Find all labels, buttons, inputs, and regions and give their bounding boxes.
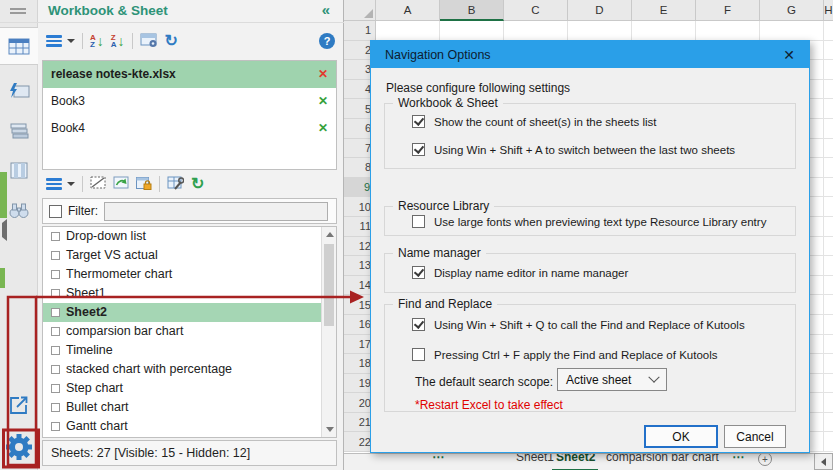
sheet-list-scrollbar[interactable]: [321, 227, 336, 437]
sheet-tools-button[interactable]: [167, 176, 184, 193]
row-header-1[interactable]: 1: [340, 21, 376, 41]
cell-H13[interactable]: [824, 256, 833, 276]
column-header-B[interactable]: B: [440, 0, 504, 21]
pane-collapse-handle[interactable]: [2, 223, 7, 237]
sheet-list-item[interactable]: Sheet1: [43, 284, 321, 303]
chevron-down-icon[interactable]: [67, 182, 75, 186]
option-show-sheet-count[interactable]: Show the count of sheet(s) in the sheets…: [412, 115, 656, 128]
cell-H18[interactable]: [824, 354, 833, 374]
cell-D1[interactable]: [568, 21, 632, 41]
deselect-range-button[interactable]: [90, 176, 106, 192]
cell-E1[interactable]: [632, 21, 696, 41]
checkbox-checked[interactable]: [412, 143, 425, 156]
option-large-fonts[interactable]: Use large fonts when previewing text typ…: [412, 215, 766, 228]
hamburger-menu-icon[interactable]: [46, 178, 62, 190]
table-settings-button[interactable]: [140, 32, 158, 51]
column-header-H[interactable]: H: [824, 0, 833, 21]
sheet-list-item[interactable]: Target VS actual: [43, 246, 321, 265]
checkbox-checked[interactable]: [412, 115, 425, 128]
option-win-shift-a[interactable]: Using Win + Shift + A to switch between …: [412, 143, 735, 156]
sheet-list-item[interactable]: Gantt chart: [43, 417, 321, 436]
workbook-row[interactable]: release notes-kte.xlsx✕: [43, 61, 336, 88]
column-header-F[interactable]: F: [696, 0, 760, 21]
select-all-corner[interactable]: [340, 0, 376, 21]
tab-sheet1[interactable]: Sheet1: [516, 454, 554, 470]
tab-overflow-right[interactable]: ⋯: [732, 454, 744, 470]
collapse-pane-button[interactable]: «: [322, 1, 330, 18]
dialog-titlebar[interactable]: Navigation Options ✕: [371, 41, 809, 68]
cell-H12[interactable]: [824, 237, 833, 257]
scrollbar-thumb[interactable]: [324, 244, 334, 326]
grip-icon[interactable]: [10, 8, 26, 16]
sheet-list-item[interactable]: Drop-down list: [43, 227, 321, 246]
cell-H10[interactable]: [824, 197, 833, 217]
column-header-E[interactable]: E: [632, 0, 696, 21]
settings-button[interactable]: [0, 432, 38, 462]
cell-F1[interactable]: [696, 21, 760, 41]
hamburger-menu-icon[interactable]: [46, 35, 62, 47]
sheet-checkbox[interactable]: [51, 403, 60, 412]
checkbox-checked[interactable]: [412, 318, 425, 331]
checkbox-checked[interactable]: [412, 266, 425, 279]
column-header-C[interactable]: C: [504, 0, 568, 21]
cancel-button[interactable]: Cancel: [724, 425, 786, 448]
cell-H8[interactable]: [824, 158, 833, 178]
cell-H16[interactable]: [824, 315, 833, 335]
filter-input[interactable]: [104, 202, 328, 221]
sort-ascending-button[interactable]: AZ ↓: [90, 33, 104, 49]
cell-H9[interactable]: [824, 178, 833, 198]
sheet-checkbox[interactable]: [51, 251, 60, 260]
close-icon[interactable]: ✕: [783, 48, 795, 62]
cell-H11[interactable]: [824, 217, 833, 237]
column-header-D[interactable]: D: [568, 0, 632, 21]
checkbox-unchecked[interactable]: [412, 215, 425, 228]
preview-sheet-button[interactable]: [113, 176, 129, 192]
cell-H6[interactable]: [824, 119, 833, 139]
refresh-button[interactable]: ↻: [165, 33, 178, 49]
cell-H4[interactable]: [824, 80, 833, 100]
cell-H15[interactable]: [824, 295, 833, 315]
cell-H1[interactable]: [824, 21, 833, 41]
tab-overflow-left[interactable]: ⋯: [432, 454, 444, 470]
sheet-checkbox[interactable]: [51, 289, 60, 298]
close-workbook-icon[interactable]: ✕: [318, 88, 328, 115]
cell-H17[interactable]: [824, 335, 833, 355]
scroll-up-icon[interactable]: [322, 227, 337, 242]
sheet-checkbox[interactable]: [51, 308, 60, 317]
ok-button[interactable]: OK: [644, 425, 718, 448]
cell-H20[interactable]: [824, 393, 833, 413]
cell-H14[interactable]: [824, 276, 833, 296]
cell-A1[interactable]: [376, 21, 440, 41]
cell-H7[interactable]: [824, 139, 833, 159]
cell-H22[interactable]: [824, 432, 833, 452]
sheet-checkbox[interactable]: [51, 327, 60, 336]
close-workbook-icon[interactable]: ✕: [318, 115, 328, 142]
sheet-checkbox[interactable]: [51, 232, 60, 241]
tab-workbook-sheet[interactable]: [0, 27, 38, 65]
cell-H5[interactable]: [824, 99, 833, 119]
refresh-sheets-button[interactable]: ↻: [191, 176, 204, 192]
tab-clipboard[interactable]: [0, 122, 38, 139]
workbook-row[interactable]: Book3✕: [43, 88, 336, 115]
chevron-down-icon[interactable]: [67, 39, 75, 43]
checkbox-unchecked[interactable]: [412, 348, 425, 361]
option-win-shift-q[interactable]: Using Win + Shift + Q to call the Find a…: [412, 318, 745, 331]
sheet-checkbox[interactable]: [51, 365, 60, 374]
cell-G1[interactable]: [760, 21, 824, 41]
popout-button[interactable]: [0, 394, 38, 416]
sheet-checkbox[interactable]: [51, 384, 60, 393]
filter-checkbox[interactable]: [49, 205, 62, 218]
sheet-list-item[interactable]: Bullet chart: [43, 398, 321, 417]
sheet-list-item[interactable]: Color grouping chart: [43, 436, 321, 437]
tab-comparsion-bar-chart[interactable]: comparsion bar chart: [606, 454, 719, 470]
help-icon[interactable]: ?: [319, 33, 335, 49]
tab-resource-library[interactable]: [0, 82, 38, 99]
sort-descending-button[interactable]: ZA ↓: [111, 33, 125, 49]
cell-H3[interactable]: [824, 60, 833, 80]
sheet-list-item[interactable]: Sheet2: [43, 303, 321, 322]
cell-B1[interactable]: [440, 21, 504, 41]
option-ctrl-f[interactable]: Pressing Ctrl + F apply the Find and Rep…: [412, 348, 718, 361]
cell-C1[interactable]: [504, 21, 568, 41]
tab-scroll-left-button[interactable]: [814, 453, 833, 470]
close-workbook-icon[interactable]: ✕: [318, 61, 328, 88]
